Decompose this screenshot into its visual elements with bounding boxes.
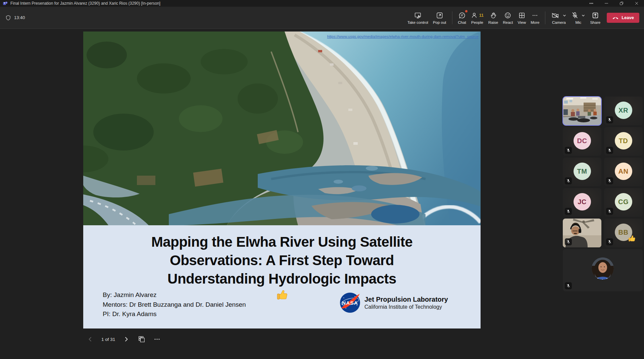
camera-button[interactable]: Camera bbox=[549, 8, 569, 27]
thumbs-up-reaction bbox=[276, 288, 289, 302]
shared-presentation-slide: https://www.usgs.gov/media/images/elwha-… bbox=[83, 32, 481, 328]
slide-more-options-icon[interactable] bbox=[153, 335, 161, 344]
mic-label: Mic bbox=[575, 20, 581, 24]
raise-hand-icon bbox=[490, 12, 497, 19]
participant-tile-dc[interactable]: DC bbox=[563, 127, 601, 156]
avatar: XR bbox=[615, 102, 632, 119]
previous-slide-button[interactable] bbox=[86, 335, 95, 344]
camera-off-icon bbox=[551, 12, 560, 19]
more-label: More bbox=[531, 20, 539, 24]
window-title-bar: T Final Intern Presenation for Jazmin Al… bbox=[0, 0, 644, 7]
mic-off-icon bbox=[571, 12, 579, 19]
participant-tile-jc[interactable]: JC bbox=[563, 188, 601, 217]
people-label: People bbox=[471, 20, 483, 24]
hang-up-icon bbox=[612, 16, 619, 20]
svg-text:NASA: NASA bbox=[342, 300, 358, 306]
aerial-river-photo: https://www.usgs.gov/media/images/elwha-… bbox=[83, 32, 481, 225]
view-button[interactable]: View bbox=[515, 8, 529, 27]
react-button[interactable]: React bbox=[500, 8, 515, 27]
people-icon bbox=[471, 12, 478, 19]
room-video-feed bbox=[563, 97, 601, 125]
window-more-icon[interactable] bbox=[584, 0, 599, 7]
mic-off-badge bbox=[606, 177, 613, 184]
pop-out-label: Pop out bbox=[433, 20, 446, 24]
slide-page-indicator: 1 of 31 bbox=[101, 337, 115, 342]
take-control-button[interactable]: Take control bbox=[405, 8, 431, 27]
camera-chevron-icon[interactable] bbox=[562, 13, 566, 17]
share-button[interactable]: Share bbox=[588, 8, 603, 27]
react-icon bbox=[504, 12, 511, 19]
share-label: Share bbox=[590, 20, 600, 24]
jpl-name: Jet Propulsion Laboratory bbox=[364, 296, 448, 303]
participant-tile-cg[interactable]: CG bbox=[604, 188, 643, 217]
window-title: Final Intern Presenation for Jazmin Alva… bbox=[10, 1, 160, 6]
chat-notification-dot bbox=[465, 10, 467, 12]
take-control-icon bbox=[414, 12, 422, 19]
usgs-source-link[interactable]: https://www.usgs.gov/media/images/elwha-… bbox=[327, 35, 479, 39]
view-icon bbox=[518, 12, 526, 19]
nasa-jpl-logo-block: NASA Jet Propulsion Laboratory Californi… bbox=[339, 292, 448, 314]
more-button[interactable]: More bbox=[528, 8, 542, 27]
toolbar-separator bbox=[452, 11, 452, 24]
camera-label: Camera bbox=[552, 20, 566, 24]
slide-title-line2: Observations: A First Step Toward bbox=[83, 251, 481, 270]
participant-tile-tm[interactable]: TM bbox=[563, 158, 601, 186]
share-icon bbox=[592, 12, 599, 19]
teams-app-icon: T bbox=[3, 1, 7, 6]
chat-icon bbox=[458, 12, 466, 19]
mic-off-badge bbox=[606, 147, 613, 154]
react-label: React bbox=[503, 20, 513, 24]
leave-label: Leave bbox=[622, 15, 634, 20]
thumbs-up-reaction bbox=[628, 234, 636, 243]
nasa-logo: NASA bbox=[339, 292, 361, 314]
mic-off-badge bbox=[565, 208, 572, 215]
toolbar-separator bbox=[545, 11, 545, 24]
slide-title-line3: Understanding Hydrologic Impacts bbox=[83, 270, 481, 288]
raise-hand-button[interactable]: Raise bbox=[486, 8, 500, 27]
participant-tile-room-video[interactable] bbox=[563, 97, 601, 125]
mic-off-badge bbox=[565, 147, 572, 154]
take-control-label: Take control bbox=[407, 20, 428, 24]
close-icon[interactable] bbox=[629, 0, 644, 7]
woman-profile-photo bbox=[563, 249, 643, 291]
slide-thumbnails-icon[interactable] bbox=[137, 335, 146, 344]
mic-off-badge bbox=[606, 116, 613, 123]
leave-button[interactable]: Leave bbox=[607, 13, 639, 23]
avatar: TD bbox=[615, 132, 632, 149]
people-count-badge: 11 bbox=[479, 13, 484, 18]
next-slide-button[interactable] bbox=[122, 335, 131, 344]
mic-button[interactable]: Mic bbox=[569, 8, 588, 27]
avatar: DC bbox=[574, 132, 591, 149]
caltech-name: California Institute of Technology bbox=[364, 304, 448, 310]
mic-off-badge bbox=[606, 208, 613, 215]
participant-tile-man-video[interactable] bbox=[563, 219, 601, 247]
participant-tile-xr[interactable]: XR bbox=[604, 97, 643, 125]
avatar: AN bbox=[615, 163, 632, 180]
chat-label: Chat bbox=[458, 20, 466, 24]
mic-off-badge bbox=[606, 238, 613, 245]
slide-navigation: 1 of 31 bbox=[86, 335, 161, 344]
maximize-restore-icon[interactable] bbox=[614, 0, 629, 7]
mic-off-badge bbox=[565, 238, 572, 245]
mic-off-badge bbox=[565, 282, 572, 289]
author-line-by: By: Jazmin Alvarez bbox=[103, 290, 246, 300]
chat-button[interactable]: Chat bbox=[456, 8, 468, 27]
people-button[interactable]: 11 People bbox=[468, 8, 486, 27]
avatar: JC bbox=[574, 193, 591, 211]
avatar: TM bbox=[574, 163, 591, 180]
author-line-mentors: Mentors: Dr Brett Buzzanga and Dr. Danie… bbox=[103, 300, 246, 310]
more-icon bbox=[531, 12, 539, 19]
shield-icon bbox=[5, 15, 11, 21]
minimize-icon[interactable] bbox=[599, 0, 614, 7]
meeting-timer: 13:40 bbox=[14, 15, 25, 20]
participant-tile-woman-photo[interactable] bbox=[563, 249, 643, 291]
participant-tile-bb[interactable]: BB bbox=[604, 219, 643, 247]
participant-tile-td[interactable]: TD bbox=[604, 127, 643, 156]
view-label: View bbox=[518, 20, 526, 24]
pop-out-button[interactable]: Pop out bbox=[431, 8, 449, 27]
author-block: By: Jazmin Alvarez Mentors: Dr Brett Buz… bbox=[103, 290, 246, 319]
mic-chevron-icon[interactable] bbox=[581, 13, 585, 17]
participant-tile-an[interactable]: AN bbox=[604, 158, 643, 186]
slide-title: Mapping the Elwha River Using Satellite … bbox=[83, 233, 481, 288]
avatar: CG bbox=[615, 193, 632, 211]
